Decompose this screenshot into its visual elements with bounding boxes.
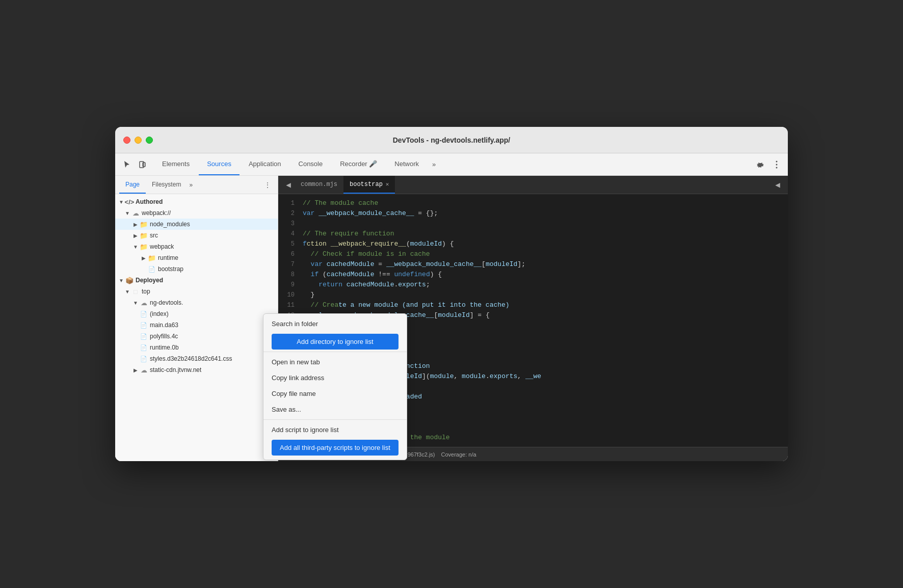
context-menu: Search in folder Add directory to ignore…	[263, 313, 407, 460]
ng-devtools-label: ng-devtools.	[150, 299, 183, 306]
code-line-7: 7 var cachedModule = __webpack_module_ca…	[278, 259, 788, 270]
runtime-arrow: ▶	[140, 255, 148, 261]
editor-back-btn[interactable]: ◀	[282, 179, 295, 191]
status-coverage: Coverage: n/a	[441, 451, 476, 458]
authored-arrow: ▼	[117, 199, 125, 205]
settings-icon[interactable]	[753, 157, 767, 172]
window-title: DevTools - ng-devtools.netlify.app/	[393, 136, 511, 144]
src-folder[interactable]: ▶ 📁 src	[115, 230, 278, 241]
tab-application[interactable]: Application	[241, 153, 289, 175]
cube-icon: 📦	[125, 276, 134, 284]
tab-close-icon[interactable]: ✕	[386, 181, 389, 188]
static-cdn-folder[interactable]: ▶ ☁ static-cdn.jtvnw.net	[115, 364, 278, 376]
main-label: main.da63	[150, 322, 178, 329]
polyfills-label: polyfills.4c	[150, 333, 178, 340]
tab-elements[interactable]: Elements	[154, 153, 198, 175]
polyfills-file[interactable]: 📄 polyfills.4c	[115, 331, 278, 342]
context-menu-search-folder[interactable]: Search in folder	[263, 316, 407, 332]
maximize-button[interactable]	[146, 137, 153, 144]
code-line-11: 11 // Create a new module (and put it in…	[278, 300, 788, 310]
node-modules-folder[interactable]: ▶ 📁 node_modules	[115, 219, 278, 230]
main-file-icon: 📄	[140, 321, 148, 329]
tab-sources[interactable]: Sources	[199, 153, 240, 175]
context-menu-add-script-ignore[interactable]: Add script to ignore list	[263, 422, 407, 438]
styles-label: styles.d3e2b24618d2c641.css	[150, 355, 232, 362]
styles-file-icon: 📄	[140, 355, 148, 363]
context-menu-copy-link[interactable]: Copy link address	[263, 370, 407, 386]
close-button[interactable]	[123, 137, 130, 144]
deployed-label: Deployed	[136, 277, 163, 284]
svg-point-3	[776, 164, 778, 165]
runtime-file-icon: 📄	[140, 343, 148, 352]
main-tabs: Elements Sources Application Console Rec…	[154, 153, 440, 175]
devtools-body: Elements Sources Application Console Rec…	[115, 153, 788, 461]
context-menu-open-new-tab[interactable]: Open in new tab	[263, 354, 407, 370]
tab-filesystem[interactable]: Filesystem	[146, 176, 187, 194]
cloud-icon: ☁	[131, 209, 140, 217]
code-line-1: 1 // The module cache	[278, 198, 788, 208]
bootstrap-file[interactable]: 📄 bootstrap	[115, 263, 278, 275]
context-menu-add-directory-btn[interactable]: Add directory to ignore list	[272, 334, 399, 350]
folder-icon: 📁	[140, 220, 148, 228]
panel-tabs: Page Filesystem » ⋮	[115, 176, 278, 194]
more-options-icon[interactable]	[769, 157, 784, 172]
top-label: top	[142, 288, 150, 295]
top-folder[interactable]: ▼ □ top	[115, 286, 278, 297]
runtime-file[interactable]: 📄 runtime.0b	[115, 342, 278, 353]
panels-wrapper: Page Filesystem » ⋮ ▼ </> Authored	[115, 176, 788, 461]
authored-section[interactable]: ▼ </> Authored	[115, 196, 278, 207]
code-line-9: 9 return cachedModule.exports;	[278, 280, 788, 290]
ng-devtools-folder[interactable]: ▼ ☁ ng-devtools.	[115, 297, 278, 308]
ng-arrow: ▼	[131, 300, 140, 306]
panel-actions: ⋮	[261, 179, 274, 191]
code-line-10: 10 }	[278, 290, 788, 300]
webpack-folder-label: webpack	[150, 243, 174, 250]
cursor-icon[interactable]	[119, 157, 134, 172]
editor-tab-bootstrap[interactable]: bootstrap ✕	[343, 176, 395, 194]
deployed-arrow: ▼	[117, 278, 125, 283]
webpack-root[interactable]: ▼ ☁ webpack://	[115, 207, 278, 219]
webpack-label: webpack://	[142, 209, 171, 217]
editor-tab-common[interactable]: common.mjs	[295, 176, 343, 194]
src-arrow: ▶	[131, 233, 140, 238]
polyfills-file-icon: 📄	[140, 332, 148, 340]
file-tree: ▼ </> Authored ▼ ☁ webpack://	[115, 194, 278, 461]
index-file-icon: 📄	[140, 310, 148, 318]
code-line-6: 6 // Check if module is in cache	[278, 249, 788, 259]
static-cdn-arrow: ▶	[131, 367, 140, 373]
panel-more-icon[interactable]: ⋮	[261, 179, 274, 191]
tab-console[interactable]: Console	[290, 153, 331, 175]
more-tabs-button[interactable]: »	[428, 153, 440, 175]
page-icon: □	[131, 287, 140, 296]
context-menu-add-third-party-btn[interactable]: Add all third-party scripts to ignore li…	[272, 440, 399, 456]
tab-recorder[interactable]: Recorder 🎤	[332, 153, 385, 175]
tab-page[interactable]: Page	[119, 176, 146, 194]
authored-label: Authored	[136, 198, 163, 205]
context-menu-copy-filename[interactable]: Copy file name	[263, 386, 407, 402]
devtools-window: DevTools - ng-devtools.netlify.app/ Elem…	[115, 127, 788, 461]
src-label: src	[150, 232, 158, 239]
deployed-section[interactable]: ▼ 📦 Deployed	[115, 275, 278, 286]
bootstrap-label: bootstrap	[158, 265, 183, 273]
minimize-button[interactable]	[135, 137, 142, 144]
traffic-lights	[123, 137, 153, 144]
context-menu-save-as[interactable]: Save as...	[263, 402, 407, 417]
styles-file[interactable]: 📄 styles.d3e2b24618d2c641.css	[115, 353, 278, 364]
code-line-4: 4 // The require function	[278, 229, 788, 239]
svg-point-2	[776, 161, 778, 162]
webpack-folder-icon: 📁	[140, 243, 148, 251]
main-file[interactable]: 📄 main.da63	[115, 319, 278, 331]
panel-tabs-more[interactable]: »	[189, 181, 193, 189]
webpack-folder[interactable]: ▼ 📁 webpack	[115, 241, 278, 252]
runtime-folder-icon: 📁	[148, 254, 156, 262]
webpack-folder-arrow: ▼	[131, 244, 140, 250]
code-line-3: 3	[278, 219, 788, 229]
left-panel: Page Filesystem » ⋮ ▼ </> Authored	[115, 176, 278, 461]
device-toggle-icon[interactable]	[136, 157, 150, 172]
tab-network[interactable]: Network	[386, 153, 427, 175]
index-file[interactable]: 📄 (index)	[115, 308, 278, 319]
editor-forward-btn[interactable]: ◀	[772, 179, 784, 191]
editor-tabs: ◀ common.mjs bootstrap ✕ ◀	[278, 176, 788, 194]
runtime-folder[interactable]: ▶ 📁 runtime	[115, 252, 278, 263]
toolbar-right	[753, 157, 784, 172]
